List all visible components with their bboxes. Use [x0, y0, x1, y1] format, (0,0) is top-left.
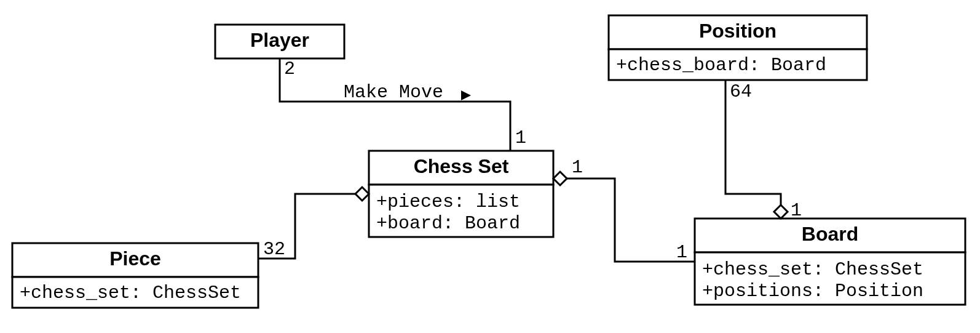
class-chessset: Chess Set +pieces: list +board: Board	[369, 151, 553, 237]
mult-position: 64	[730, 81, 752, 102]
class-board-title: Board	[802, 223, 858, 245]
mult-chessset-player: 1	[515, 127, 526, 148]
class-piece-title: Piece	[109, 247, 161, 270]
mult-board-position: 1	[791, 200, 802, 221]
rel-label-make-move: Make Move	[344, 82, 443, 103]
aggregation-diamond-board	[553, 172, 567, 185]
class-piece-attr-0: +chess_set: ChessSet	[20, 283, 241, 303]
aggregation-diamond-piece	[355, 187, 369, 201]
aggregation-diamond-position	[774, 205, 788, 219]
class-board-attr-0: +chess_set: ChessSet	[702, 259, 923, 280]
class-chessset-attr-1: +board: Board	[376, 213, 520, 234]
class-position-attr-0: +chess_board: Board	[616, 55, 826, 76]
mult-chessset-board-b: 1	[676, 242, 687, 263]
class-position-title: Position	[699, 20, 776, 42]
class-chessset-attr-0: +pieces: list	[376, 191, 520, 212]
class-board: Board +chess_set: ChessSet +positions: P…	[695, 219, 965, 305]
class-piece: Piece +chess_set: ChessSet	[12, 243, 258, 308]
rel-direction-arrow	[461, 90, 471, 100]
rel-chessset-board: 1 1	[553, 157, 695, 263]
rel-board-position: 64 1	[725, 80, 802, 221]
rel-chessset-piece: 32	[258, 187, 369, 260]
class-board-attr-1: +positions: Position	[702, 281, 923, 302]
rel-player-chessset: 2 1 Make Move	[280, 58, 526, 151]
class-player-title: Player	[250, 29, 309, 51]
mult-piece: 32	[263, 239, 285, 260]
class-player: Player	[215, 25, 344, 58]
mult-player: 2	[284, 58, 295, 79]
class-chessset-title: Chess Set	[414, 155, 509, 177]
mult-chessset-board-a: 1	[572, 157, 583, 178]
class-position: Position +chess_board: Board	[609, 15, 867, 80]
uml-diagram: Player Position +chess_board: Board Ches…	[0, 0, 980, 333]
